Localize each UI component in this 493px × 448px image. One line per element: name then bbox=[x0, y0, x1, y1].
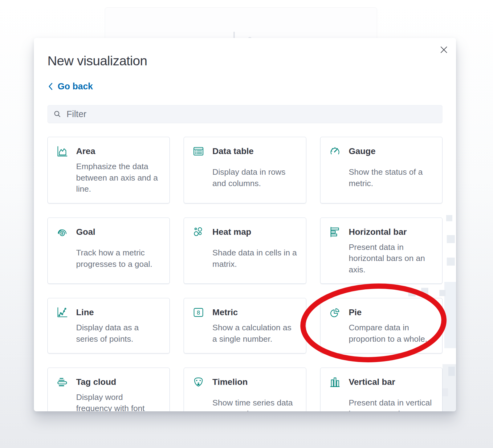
tag-cloud-icon bbox=[56, 376, 68, 388]
viz-card-title: Gauge bbox=[349, 146, 434, 156]
goal-icon: 8 bbox=[56, 226, 68, 238]
go-back-label: Go back bbox=[58, 81, 93, 92]
svg-text:8: 8 bbox=[61, 231, 63, 236]
gauge-icon bbox=[329, 145, 341, 157]
viz-card-metric[interactable]: 8 Metric Show a calculation as a single … bbox=[184, 298, 306, 353]
viz-card-pie[interactable]: Pie Compare data in proportion to a whol… bbox=[320, 298, 442, 353]
viz-card-area[interactable]: Area Emphasize the data between an axis … bbox=[47, 137, 170, 203]
viz-card-title: Tag cloud bbox=[76, 377, 161, 387]
background-decoration bbox=[447, 258, 455, 266]
viz-card-description: Track how a metric progresses to a goal. bbox=[76, 247, 161, 270]
go-back-link[interactable]: Go back bbox=[47, 81, 93, 92]
filter-field[interactable] bbox=[47, 105, 442, 123]
modal-title: New visualization bbox=[47, 53, 442, 68]
close-button[interactable] bbox=[438, 43, 450, 56]
background-decoration bbox=[446, 215, 452, 221]
search-icon bbox=[53, 110, 62, 118]
heat-map-icon bbox=[193, 226, 204, 238]
background-decoration bbox=[448, 367, 455, 376]
vertical-bar-icon bbox=[329, 376, 341, 388]
data-table-icon bbox=[193, 145, 204, 157]
viz-card-heat-map[interactable]: Heat map Shade data in cells in a matrix… bbox=[184, 218, 306, 284]
viz-card-gauge[interactable]: Gauge Show the status of a metric. bbox=[320, 137, 442, 203]
viz-card-title: Goal bbox=[76, 227, 161, 237]
viz-card-description: Display data as a series of points. bbox=[76, 322, 161, 344]
viz-card-title: Timelion bbox=[212, 377, 297, 387]
timelion-icon bbox=[193, 376, 204, 388]
horizontal-bar-icon bbox=[329, 226, 341, 238]
background-decoration bbox=[447, 235, 455, 243]
pie-chart-icon bbox=[329, 307, 341, 318]
viz-card-description: Show time series data on a graph. bbox=[212, 397, 297, 411]
viz-card-description: Compare data in proportion to a whole. bbox=[349, 322, 434, 344]
line-chart-icon bbox=[56, 307, 68, 318]
viz-card-horizontal-bar[interactable]: Horizontal bar Present data in horizonta… bbox=[320, 218, 442, 284]
metric-icon: 8 bbox=[193, 307, 204, 318]
page-background: New visualization Go back Area Emphasize… bbox=[0, 0, 493, 448]
background-decoration bbox=[442, 364, 456, 411]
viz-card-description: Display word frequency with font size. bbox=[76, 392, 161, 412]
viz-card-title: Area bbox=[76, 146, 161, 156]
viz-card-tag-cloud[interactable]: Tag cloud Display word frequency with fo… bbox=[47, 368, 170, 412]
viz-card-title: Vertical bar bbox=[349, 377, 434, 387]
viz-card-description: Emphasize the data between an axis and a… bbox=[76, 161, 161, 195]
viz-card-title: Horizontal bar bbox=[349, 227, 434, 237]
close-icon bbox=[440, 46, 447, 53]
viz-card-line[interactable]: Line Display data as a series of points. bbox=[47, 298, 170, 353]
viz-card-vertical-bar[interactable]: Vertical bar Present data in vertical ba… bbox=[320, 368, 442, 412]
viz-card-title: Line bbox=[76, 307, 161, 317]
new-visualization-modal: New visualization Go back Area Emphasize… bbox=[34, 38, 456, 411]
viz-card-title: Metric bbox=[212, 307, 297, 317]
viz-card-description: Show the status of a metric. bbox=[349, 166, 434, 189]
viz-card-description: Present data in horizontal bars on an ax… bbox=[349, 242, 434, 275]
viz-card-description: Present data in vertical bars on an axis… bbox=[349, 397, 434, 411]
area-chart-icon bbox=[56, 145, 68, 157]
viz-card-title: Pie bbox=[349, 307, 434, 317]
viz-card-goal[interactable]: 8 Goal Track how a metric progresses to … bbox=[47, 218, 170, 284]
filter-input[interactable] bbox=[67, 109, 437, 119]
viz-card-description: Display data in rows and columns. bbox=[212, 166, 297, 189]
viz-card-description: Shade data in cells in a matrix. bbox=[212, 247, 297, 270]
visualization-grid: Area Emphasize the data between an axis … bbox=[47, 137, 442, 411]
chevron-left-icon bbox=[47, 83, 53, 90]
viz-card-data-table[interactable]: Data table Display data in rows and colu… bbox=[184, 137, 306, 203]
viz-card-description: Show a calculation as a single number. bbox=[212, 322, 297, 344]
viz-card-timelion[interactable]: Timelion Show time series data on a grap… bbox=[184, 368, 306, 412]
viz-card-title: Heat map bbox=[212, 227, 297, 237]
viz-card-title: Data table bbox=[212, 146, 297, 156]
svg-text:8: 8 bbox=[197, 310, 200, 316]
background-decoration bbox=[444, 282, 456, 348]
